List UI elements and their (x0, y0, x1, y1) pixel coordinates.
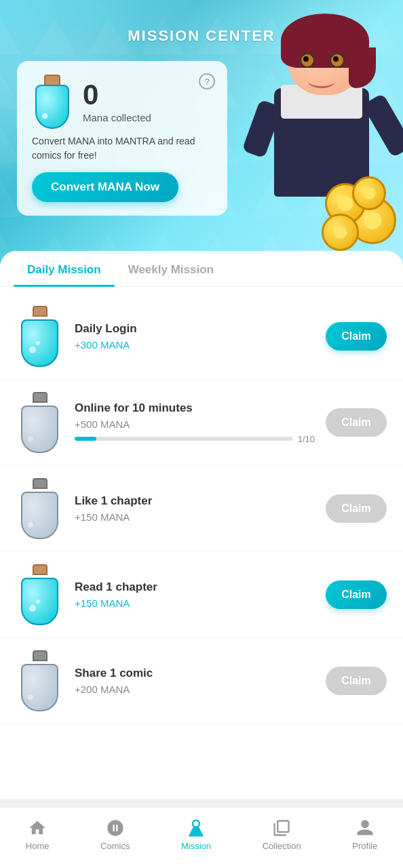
mission-icon (186, 818, 206, 838)
profile-icon (355, 818, 375, 838)
nav-label-mission: Mission (181, 841, 211, 851)
home-icon (27, 818, 47, 838)
mission-mana: +200 MANA (75, 684, 315, 695)
mission-potion-like (16, 478, 64, 539)
mission-info-online: Online for 10 minutes +500 MANA 1/10 (75, 401, 315, 444)
tab-daily-mission[interactable]: Daily Mission (14, 251, 115, 286)
nav-label-profile: Profile (352, 841, 377, 851)
header-area: MISSION CENTER 0 Mana col (0, 0, 403, 264)
mission-potion-daily-login (16, 306, 64, 367)
claim-button-daily-login[interactable]: Claim (326, 322, 387, 351)
mission-mana: +500 MANA (75, 418, 315, 430)
tabs-row: Daily Mission Weekly Mission (0, 251, 403, 287)
nav-item-profile[interactable]: Profile (345, 814, 384, 854)
mission-list: Daily Login +300 MANA Claim Online for 1… (0, 287, 403, 731)
tab-weekly-mission[interactable]: Weekly Mission (115, 251, 227, 286)
claim-button-like-chapter[interactable]: Claim (326, 494, 387, 523)
mission-info-read: Read 1 chapter +150 MANA (75, 580, 315, 609)
nav-item-collection[interactable]: Collection (256, 814, 308, 854)
nav-label-collection: Collection (263, 841, 301, 851)
progress-text: 1/10 (298, 434, 315, 444)
progress-row: 1/10 (75, 434, 315, 444)
nav-item-comics[interactable]: Comics (94, 814, 136, 854)
collection-icon (271, 818, 292, 838)
mission-potion-share (16, 650, 64, 711)
help-icon[interactable]: ? (199, 73, 215, 90)
mission-name: Share 1 comic (75, 667, 315, 680)
mission-item-daily-login: Daily Login +300 MANA Claim (0, 294, 403, 380)
coin-decoration-4 (352, 176, 386, 210)
bottom-nav: Home Comics Mission Collection (0, 807, 403, 868)
claim-button-read-chapter[interactable]: Claim (326, 580, 387, 609)
mission-potion-read (16, 564, 64, 625)
mana-label: Mana collected (83, 112, 151, 123)
nav-item-home[interactable]: Home (19, 814, 56, 854)
mission-name: Daily Login (75, 322, 315, 336)
progress-fill (75, 437, 96, 441)
mission-item-read-chapter: Read 1 chapter +150 MANA Claim (0, 552, 403, 638)
claim-button-online[interactable]: Claim (326, 408, 387, 437)
mana-potion-icon (32, 75, 73, 129)
mana-count: 0 (83, 81, 151, 109)
mission-info-like: Like 1 chapter +150 MANA (75, 494, 315, 523)
coin-decoration-3 (322, 214, 359, 251)
mission-item-online-10min: Online for 10 minutes +500 MANA 1/10 Cla… (0, 380, 403, 466)
convert-mana-button[interactable]: Convert MANA Now (32, 172, 178, 202)
mission-mana: +150 MANA (75, 511, 315, 523)
mana-row: 0 Mana collected ? (32, 75, 212, 129)
mission-item-share-comic: Share 1 comic +200 MANA Claim (0, 638, 403, 724)
mission-mana: +150 MANA (75, 597, 315, 609)
mission-mana: +300 MANA (75, 339, 315, 351)
main-content: Daily Mission Weekly Mission Daily Login… (0, 251, 403, 799)
nav-label-home: Home (26, 841, 50, 851)
nav-item-mission[interactable]: Mission (174, 814, 218, 854)
mission-potion-online (16, 392, 64, 453)
mission-info-share: Share 1 comic +200 MANA (75, 667, 315, 695)
mana-info-card: 0 Mana collected ? Convert MANA into MAN… (17, 61, 227, 216)
comics-icon (105, 818, 126, 838)
mission-name: Read 1 chapter (75, 580, 315, 594)
mission-info-daily-login: Daily Login +300 MANA (75, 322, 315, 351)
progress-track (75, 437, 292, 441)
mission-name: Like 1 chapter (75, 494, 315, 508)
claim-button-share-comic[interactable]: Claim (326, 667, 387, 695)
nav-label-comics: Comics (100, 841, 130, 851)
mission-name: Online for 10 minutes (75, 401, 315, 415)
mission-item-like-chapter: Like 1 chapter +150 MANA Claim (0, 466, 403, 552)
convert-description: Convert MANA into MANTRA and read comics… (32, 134, 212, 163)
